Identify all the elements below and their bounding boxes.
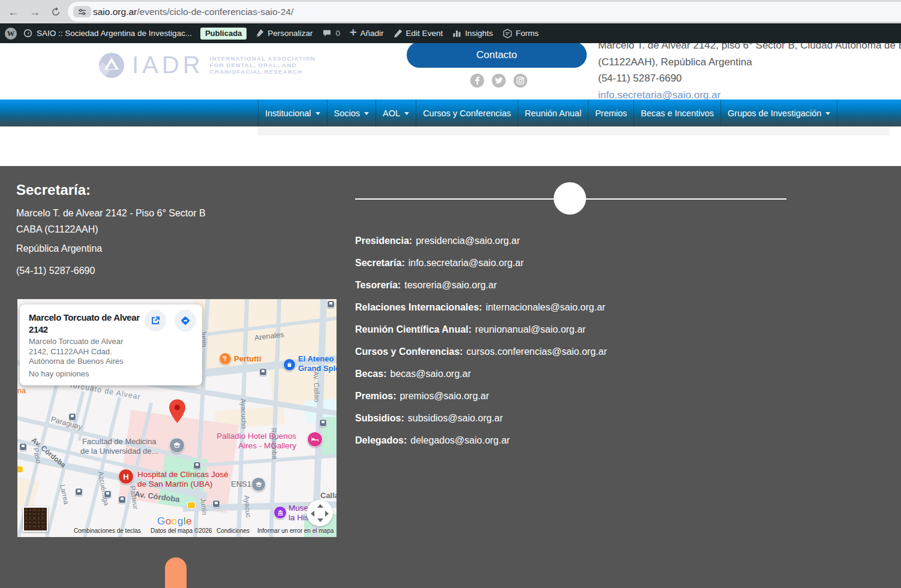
poi-palladio[interactable]: Palladio Hotel BuenosAires - MGallery: [212, 432, 296, 451]
floating-action-button[interactable]: [165, 557, 187, 588]
reload-button[interactable]: [48, 4, 64, 20]
published-status-badge: Publicada: [200, 28, 247, 40]
email-row: Reunión Científica Anual:reunionanual@sa…: [355, 318, 607, 340]
nav-institucional[interactable]: Institucional: [258, 99, 327, 126]
open-in-new-button[interactable]: [145, 310, 166, 331]
nav-cursos[interactable]: Cursos y Conferencias: [416, 99, 518, 126]
email-link[interactable]: presidencia@saio.org.ar: [416, 236, 520, 246]
street-label: Callao: [320, 491, 337, 500]
iadr-tagline: INTERNATIONAL ASSOCIATION FOR DENTAL, OR…: [210, 55, 316, 76]
map-marker[interactable]: [169, 399, 185, 426]
browser-toolbar: ← → saio.org.ar/events/ciclo-de-conferen…: [0, 0, 901, 23]
map-card-title: Marcelo Torcuato de Alvear 2142: [29, 312, 149, 336]
forms-label: Forms: [516, 29, 539, 38]
email-row: Tesorería:tesoreria@saio.org.ar: [355, 274, 607, 296]
iadr-acronym: IADR: [132, 52, 204, 79]
street-label: Ayacuc: [243, 495, 252, 518]
footer-phone: (54-11) 5287-6690: [16, 266, 95, 276]
hotel-pin[interactable]: [307, 432, 323, 447]
shopping-pin[interactable]: [283, 358, 296, 371]
comment-icon: [322, 29, 332, 38]
poi-ateneo[interactable]: El AteneoGrand Splendid: [298, 354, 337, 373]
email-link[interactable]: tesoreria@saio.org.ar: [404, 280, 497, 291]
footer-email-list: Presidencia:presidencia@saio.org.ar Secr…: [355, 230, 607, 452]
chevron-down-icon: [364, 112, 369, 115]
museum-pin[interactable]: [274, 506, 287, 519]
instagram-icon[interactable]: [513, 74, 527, 88]
wp-admin-bar: W SAIO :: Sociedad Argentina de Investig…: [0, 23, 901, 43]
nav-becas[interactable]: Becas e Incentivos: [633, 99, 720, 126]
chevron-down-icon: [316, 112, 320, 115]
comment-count: 0: [335, 29, 340, 38]
site-settings-icon[interactable]: [73, 6, 91, 17]
restaurant-pin[interactable]: [219, 352, 232, 365]
email-link[interactable]: becas@saio.org.ar: [390, 369, 471, 379]
forward-button[interactable]: →: [27, 4, 43, 20]
comments-menu[interactable]: 0: [317, 23, 345, 43]
school-pin-2[interactable]: [251, 477, 266, 491]
screen: IADR INTERNATIONAL ASSOCIATION FOR DENTA…: [0, 0, 901, 588]
wp-logo-menu[interactable]: W: [0, 23, 22, 43]
email-row: Subsidios:subsidios@saio.org.ar: [355, 408, 607, 430]
nav-reunion-anual[interactable]: Reunión Anual: [518, 99, 588, 126]
email-row: Presidencia:presidencia@saio.org.ar: [355, 230, 607, 252]
header-phone: (54-11) 5287-6690: [598, 70, 901, 87]
directions-button[interactable]: [175, 310, 196, 331]
nav-socios[interactable]: Socios: [327, 99, 376, 126]
facebook-icon[interactable]: [470, 74, 484, 88]
school-pin[interactable]: [169, 438, 185, 453]
brush-icon: [255, 29, 264, 38]
chevron-down-icon: [825, 112, 830, 115]
poi-hospital[interactable]: Hospital de Clínicas Joséde San Martín (…: [137, 470, 229, 489]
poi-ens1[interactable]: ENS1: [231, 480, 251, 489]
forms-icon: [503, 29, 512, 38]
email-link[interactable]: cursos.conferencias@saio.org.ar: [467, 346, 607, 357]
nav-premios[interactable]: Premios: [588, 99, 633, 126]
bar-chart-icon: [452, 29, 461, 38]
map-report-link[interactable]: Informar un error en el mapa: [257, 527, 334, 534]
main-navigation: Institucional Socios AOL Cursos y Confer…: [0, 99, 901, 126]
street-label: na: [17, 387, 26, 395]
forms-menu[interactable]: Forms: [498, 23, 543, 43]
poi-facultad[interactable]: Facultad de Medicinade la Universidad de…: [80, 437, 158, 456]
customize-menu[interactable]: Personalizar: [250, 23, 317, 43]
map-pan-control[interactable]: [307, 500, 333, 526]
email-link[interactable]: premios@saio.org.ar: [400, 391, 489, 402]
pencil-icon: [394, 29, 403, 38]
footer-heading: Secretaría:: [16, 182, 91, 198]
nav-grupos[interactable]: Grupos de Investigación: [720, 99, 837, 126]
contacto-button[interactable]: Contacto: [407, 42, 587, 68]
header-address-line2: (C1122AAH), República Argentina: [598, 54, 901, 71]
page-footer: Secretaría: Marcelo T. de Alvear 2142 - …: [0, 166, 901, 588]
twitter-icon[interactable]: [492, 74, 506, 88]
site-menu[interactable]: SAIO :: Sociedad Argentina de Investigac…: [22, 23, 197, 43]
poi-pertutti[interactable]: Pertutti: [234, 354, 262, 364]
street-label: Av. Callao: [313, 371, 321, 402]
hospital-pin[interactable]: H: [118, 469, 134, 484]
street-label: Larrea: [59, 484, 70, 505]
back-button[interactable]: ←: [5, 4, 21, 20]
map-terms-link[interactable]: Condiciones: [217, 527, 250, 534]
map-data-notice: Datos del mapa ©2026: [151, 527, 212, 534]
email-link[interactable]: reunionanual@saio.org.ar: [475, 324, 585, 335]
footer-country: República Argentina: [16, 243, 102, 254]
add-new-label: Añadir: [361, 29, 384, 38]
map-keyboard-shortcuts[interactable]: Combinaciones de teclas: [74, 527, 141, 534]
insights-menu[interactable]: Insights: [448, 23, 498, 43]
new-content-menu[interactable]: + Añadir: [345, 23, 389, 43]
poi-museo[interactable]: Musela His: [289, 503, 309, 523]
email-link[interactable]: info.secretaria@saio.org.ar: [409, 258, 524, 269]
google-map[interactable]: Arenales Junín Ayacucho Riobamba Av. Cal…: [17, 299, 337, 537]
email-row: Secretaría:info.secretaria@saio.org.ar: [355, 252, 607, 274]
url-bar[interactable]: saio.org.ar/events/ciclo-de-conferencias…: [68, 2, 901, 22]
nav-aol[interactable]: AOL: [376, 99, 416, 126]
satellite-view-toggle[interactable]: [23, 506, 48, 532]
edit-event-menu[interactable]: Edit Event: [389, 23, 448, 43]
google-logo: Google: [157, 515, 192, 527]
iadr-logo[interactable]: IADR INTERNATIONAL ASSOCIATION FOR DENTA…: [99, 52, 316, 79]
customize-label: Personalizar: [268, 29, 313, 38]
email-link[interactable]: subsidios@saio.org.ar: [408, 413, 503, 424]
iadr-logo-icon: [99, 53, 124, 78]
email-link[interactable]: delegados@saio.org.ar: [410, 435, 510, 446]
email-link[interactable]: internacionales@saio.org.ar: [486, 302, 605, 313]
